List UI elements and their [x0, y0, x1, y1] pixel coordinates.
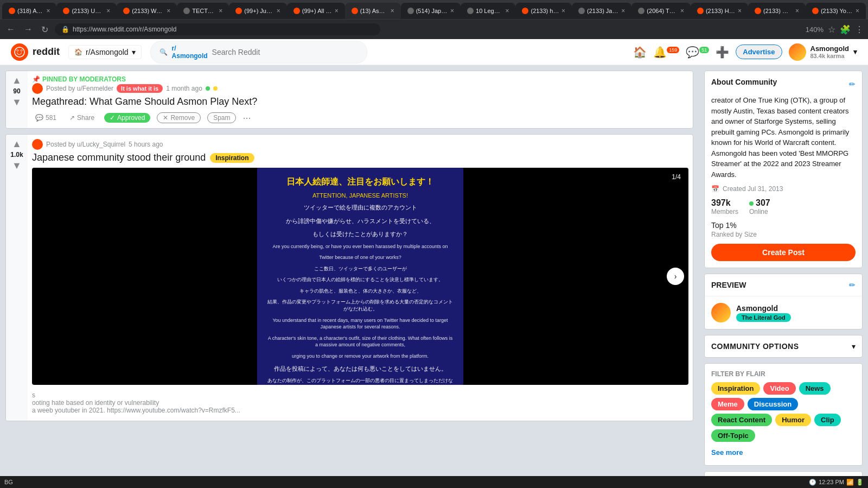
reddit-logo[interactable]: reddit [11, 43, 60, 61]
address-bar[interactable]: 🔒 https://www.reddit.com/r/Asmongold [55, 23, 380, 35]
comments-button[interactable]: 💬 581 [32, 112, 60, 124]
tab-6[interactable]: (99+) All Car...× [287, 3, 345, 19]
tab-11[interactable]: (2133) Japan...× [572, 3, 631, 19]
chat-icon[interactable]: 💬51 [686, 46, 709, 59]
image-jp-body1: ここ数日、ツイッターで多くのユーザーが [314, 265, 407, 272]
online-stat: 307 Online [749, 198, 770, 216]
online-dot [749, 201, 754, 206]
chevron-down-icon: ▾ [853, 48, 857, 56]
forward-button[interactable]: → [22, 23, 35, 35]
flair-tag-discussion[interactable]: Discussion [748, 398, 798, 410]
home-icon[interactable]: 🏠 [633, 46, 647, 59]
tab-3[interactable]: (2133) Watch...× [117, 3, 177, 19]
menu-icon[interactable]: ⋮ [855, 24, 864, 35]
post-image-card[interactable]: ▲ 1.0k ▼ Posted by u/Lucky_Squirrel 5 ho… [5, 134, 693, 421]
flair-tag-off-topic[interactable]: Off-Topic [711, 429, 755, 442]
bookmark-icon[interactable]: ☆ [828, 24, 835, 35]
flair-tag-clip[interactable]: Clip [814, 414, 841, 426]
pinned-label: 📌 PINNED BY MODERATORS [32, 75, 688, 83]
image-next-button[interactable]: › [667, 268, 684, 285]
reddit-icon [11, 43, 28, 61]
subreddit-selector[interactable]: 🏠 r/Asmongold ▾ [68, 45, 142, 59]
community-options-header[interactable]: COMMUNITY OPTIONS ▾ [705, 335, 862, 357]
community-options-card[interactable]: COMMUNITY OPTIONS ▾ [704, 335, 863, 358]
downvote-button[interactable]: ▼ [12, 97, 22, 107]
spam-button[interactable]: Spam [207, 112, 236, 123]
downvote-button-2[interactable]: ▼ [12, 161, 22, 170]
share-icon: ↗ [69, 114, 75, 122]
tab-4[interactable]: TECTONI...× [177, 3, 229, 19]
vote-column-2: ▲ 1.0k ▼ [6, 135, 28, 421]
create-post-button[interactable]: Create Post [711, 244, 856, 261]
about-card: About Community ✏ creator of One True Ki… [704, 71, 863, 268]
notifications-icon[interactable]: 🔔159 [653, 46, 679, 59]
tab-15[interactable]: (2133) YouTu...× [806, 3, 866, 19]
refresh-button[interactable]: ↻ [39, 23, 50, 36]
tab-10[interactable]: (2133) here...× [515, 3, 572, 19]
user-profile[interactable]: Asmongold 83.4k karma ▾ [789, 43, 858, 61]
image-jp-line2: から誹謗中傷や嫌がらせ、ハラスメントを受けている、 [286, 217, 435, 226]
battery-icon: 🔋 [856, 479, 864, 486]
image-en-title: ATTENTION, JAPANESE ARTISTS! [312, 192, 408, 199]
nav-bar: ← → ↻ 🔒 https://www.reddit.com/r/Asmongo… [0, 20, 868, 39]
about-text: creator of One True King (OTK), a group … [711, 95, 856, 180]
status-text: BG [4, 479, 13, 485]
search-prefix: 🔍 [159, 48, 168, 56]
vote-column: ▲ 90 ▼ [6, 71, 28, 128]
flair-tag-humor[interactable]: Humor [775, 414, 811, 426]
created-date: 📅 Created Jul 31, 2013 [711, 185, 856, 193]
image-en-line1: Are you currently being, or have you eve… [272, 243, 448, 250]
tab-12[interactable]: (2064) The L...× [631, 3, 691, 19]
preview-edit-icon[interactable]: ✏ [849, 281, 856, 289]
status-icons: 🕐 12:23 PM 📶 🔋 [809, 479, 864, 486]
header-actions: 🏠 🔔159 💬51 ➕ Advertise Asmongold 83.4k k… [633, 43, 857, 61]
upvote-button[interactable]: ▲ [12, 75, 22, 85]
back-button[interactable]: ← [4, 23, 17, 35]
image-jp-line3: もしくは受けたことがありますか？ [312, 230, 408, 239]
tab-13[interactable]: (2133) HUM...× [691, 3, 748, 19]
tab-active[interactable]: (13) Asmon...× [345, 3, 401, 19]
post-time: 1 month ago [166, 85, 202, 92]
post-author: Posted by u/Fenmelder [46, 85, 113, 92]
reddit-header: reddit 🏠 r/Asmongold ▾ 🔍 r/ Asmongold 🏠 … [0, 39, 868, 65]
flair-tag-react-content[interactable]: React Content [711, 414, 772, 426]
sidebar: About Community ✏ creator of One True Ki… [699, 65, 868, 488]
tab-14[interactable]: (2133) Watc...× [748, 3, 806, 19]
remove-button[interactable]: ✕ Remove [157, 112, 201, 123]
approved-badge[interactable]: ✓ Approved [104, 113, 150, 123]
edit-icon[interactable]: ✏ [849, 80, 856, 88]
chevron-down-icon-options: ▾ [852, 342, 856, 351]
about-title: About Community [711, 78, 777, 86]
flair-tag-meme[interactable]: Meme [711, 398, 744, 410]
post-time-2: 5 hours ago [129, 141, 163, 148]
image-jp-title: 日本人絵師達、注目をお願いします！ [286, 176, 434, 188]
image-counter: 1/4 [668, 172, 684, 182]
extensions-icon[interactable]: 🧩 [840, 24, 851, 35]
tab-1[interactable]: (318) Asmon× [2, 3, 56, 19]
see-more-link[interactable]: See more [711, 446, 856, 459]
tab-9[interactable]: 10 Legal M...× [461, 3, 515, 19]
post-author-2: Posted by u/Lucky_Squirrel [46, 141, 125, 148]
upvote-button-2[interactable]: ▲ [12, 139, 22, 149]
tab-5[interactable]: (99+) Just C...× [229, 3, 286, 19]
post-actions: 💬 581 ↗ Share ✓ Approved ✕ Remove [32, 112, 688, 124]
advertise-button[interactable]: Advertise [736, 45, 782, 59]
flair-tag-news[interactable]: News [799, 382, 831, 395]
post-pinned[interactable]: ▲ 90 ▼ 📌 PINNED BY MODERATORS Posted by … [5, 71, 693, 129]
author-avatar [32, 83, 43, 94]
online-indicator-2 [213, 86, 218, 91]
tab-8[interactable]: (514) Japane...× [401, 3, 461, 19]
vote-count: 90 [13, 87, 20, 95]
feed-panel: ▲ 90 ▼ 📌 PINNED BY MODERATORS Posted by … [0, 65, 699, 488]
more-options-button[interactable]: ··· [242, 112, 251, 124]
share-button[interactable]: ↗ Share [66, 112, 98, 124]
search-input[interactable] [212, 48, 358, 56]
check-icon: ✓ [110, 114, 115, 122]
image-jp-s2-title: 作品を投稿によって、あなたは何も悪いことをしてはいません。 [274, 364, 447, 373]
plus-icon[interactable]: ➕ [716, 46, 729, 59]
search-bar[interactable]: 🔍 r/ Asmongold [150, 41, 367, 64]
flair-filter-card: Filter by flair Inspiration Video News M… [704, 363, 863, 466]
flair-tag-inspiration[interactable]: Inspiration [711, 382, 760, 395]
tab-2[interactable]: (2133) UNFU...× [56, 3, 117, 19]
flair-tag-video[interactable]: Video [763, 382, 795, 395]
